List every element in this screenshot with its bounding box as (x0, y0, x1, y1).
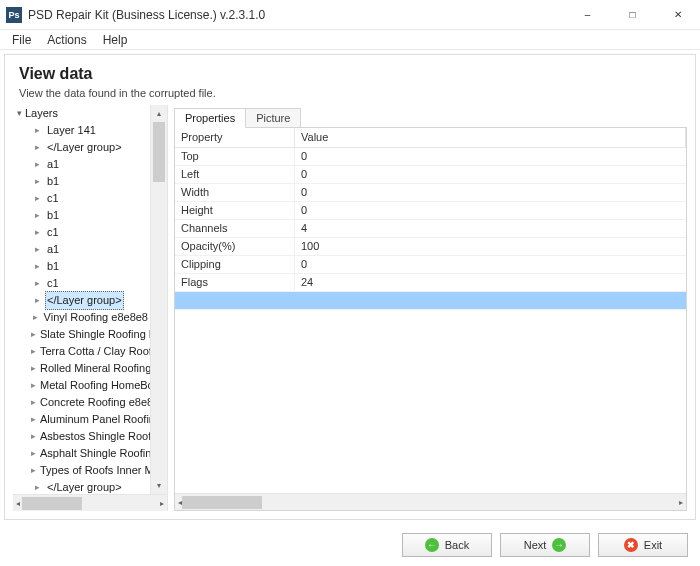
chevron-right-icon[interactable] (31, 292, 43, 309)
tree-item[interactable]: Metal Roofing HomeBoo (31, 377, 150, 394)
chevron-right-icon[interactable] (31, 411, 36, 428)
cell-value: 100 (295, 238, 686, 255)
tree-horizontal-scrollbar[interactable]: ◂ ▸ (13, 494, 167, 511)
tree-item-label: Vinyl Roofing e8e8e8 (42, 309, 150, 326)
cell-value: 4 (295, 220, 686, 237)
chevron-right-icon[interactable] (31, 258, 43, 275)
tree-item[interactable]: </Layer group> (31, 139, 150, 156)
grid-row[interactable]: Opacity(%)100 (175, 238, 686, 256)
tree-item-label: Aluminum Panel Roofing (38, 411, 150, 428)
tree-item[interactable]: Asphalt Shingle Roofing (31, 445, 150, 462)
tree-item[interactable]: c1 (31, 275, 150, 292)
tree-item[interactable]: c1 (31, 190, 150, 207)
tab-picture[interactable]: Picture (245, 108, 301, 127)
col-property[interactable]: Property (175, 128, 295, 147)
scroll-right-button[interactable]: ▸ (160, 499, 164, 508)
close-button[interactable]: ✕ (655, 0, 700, 30)
chevron-right-icon[interactable] (31, 428, 36, 445)
scroll-thumb[interactable] (22, 497, 82, 510)
tree-item[interactable]: Vinyl Roofing e8e8e8 (31, 309, 150, 326)
chevron-right-icon[interactable] (31, 275, 43, 292)
tree-item[interactable]: Concrete Roofing e8e8e (31, 394, 150, 411)
chevron-right-icon[interactable] (31, 377, 36, 394)
tree-item[interactable]: b1 (31, 258, 150, 275)
chevron-right-icon[interactable] (31, 479, 43, 494)
chevron-right-icon[interactable] (31, 190, 43, 207)
tree-item[interactable]: b1 (31, 173, 150, 190)
tree-item[interactable]: b1 (31, 207, 150, 224)
col-value[interactable]: Value (295, 128, 686, 147)
page-header: View data View the data found in the cor… (5, 55, 695, 105)
chevron-right-icon[interactable] (31, 394, 36, 411)
tree-item[interactable]: Aluminum Panel Roofing (31, 411, 150, 428)
grid-row[interactable]: Top0 (175, 148, 686, 166)
page-title: View data (19, 65, 681, 83)
grid-row-selected-empty[interactable] (175, 292, 686, 310)
scroll-up-button[interactable]: ▴ (151, 105, 167, 122)
chevron-right-icon[interactable] (31, 309, 40, 326)
tree-item[interactable]: c1 (31, 224, 150, 241)
tree-item[interactable]: </Layer group> (31, 292, 150, 309)
cell-property: Top (175, 148, 295, 165)
tree-item-label: b1 (45, 258, 61, 275)
grid-row[interactable]: Channels4 (175, 220, 686, 238)
tab-properties[interactable]: Properties (174, 108, 246, 128)
chevron-right-icon[interactable] (31, 360, 36, 377)
grid-horizontal-scrollbar[interactable]: ◂ ▸ (175, 493, 686, 510)
exit-button[interactable]: ✖ Exit (598, 533, 688, 557)
chevron-right-icon[interactable] (31, 326, 36, 343)
grid-row[interactable]: Height0 (175, 202, 686, 220)
scroll-right-button[interactable]: ▸ (679, 498, 683, 507)
grid-row[interactable]: Width0 (175, 184, 686, 202)
chevron-right-icon[interactable] (31, 122, 43, 139)
chevron-right-icon[interactable] (31, 224, 43, 241)
tree-item[interactable]: Terra Cotta / Clay Roofi (31, 343, 150, 360)
tree-item-label: c1 (45, 224, 61, 241)
tree-item[interactable]: </Layer group> (31, 479, 150, 494)
tree-item-label: b1 (45, 173, 61, 190)
tree-item[interactable]: Rolled Mineral Roofing e (31, 360, 150, 377)
chevron-right-icon[interactable] (31, 241, 43, 258)
chevron-right-icon[interactable] (31, 462, 36, 479)
tree-item-label: Terra Cotta / Clay Roofi (38, 343, 150, 360)
scroll-down-button[interactable]: ▾ (151, 477, 167, 494)
layers-tree[interactable]: Layers Layer 141</Layer group>a1b1c1b1c1… (13, 105, 150, 494)
app-icon: Ps (6, 7, 22, 23)
cell-property: Left (175, 166, 295, 183)
grid-row[interactable]: Clipping0 (175, 256, 686, 274)
tree-item[interactable]: a1 (31, 241, 150, 258)
properties-grid: Property Value Top0Left0Width0Height0Cha… (175, 128, 686, 510)
tree-item[interactable]: a1 (31, 156, 150, 173)
tree-item[interactable]: Slate Shingle Roofing Ho (31, 326, 150, 343)
chevron-right-icon[interactable] (31, 139, 43, 156)
minimize-button[interactable]: – (565, 0, 610, 30)
menu-file[interactable]: File (4, 31, 39, 49)
main-panel: View data View the data found in the cor… (4, 54, 696, 520)
details-panel: Properties Picture Property Value Top0Le… (174, 105, 687, 511)
scroll-left-button[interactable]: ◂ (16, 499, 20, 508)
chevron-down-icon[interactable] (13, 105, 25, 122)
menu-actions[interactable]: Actions (39, 31, 94, 49)
page-subtitle: View the data found in the corrupted fil… (19, 87, 681, 99)
tree-vertical-scrollbar[interactable]: ▴ ▾ (150, 105, 167, 494)
grid-row[interactable]: Flags24 (175, 274, 686, 292)
maximize-button[interactable]: □ (610, 0, 655, 30)
tree-root-label[interactable]: Layers (25, 105, 58, 122)
scroll-thumb[interactable] (182, 496, 262, 509)
chevron-right-icon[interactable] (31, 156, 43, 173)
tree-item[interactable]: Layer 141 (31, 122, 150, 139)
tree-item[interactable]: Asbestos Shingle Roofin (31, 428, 150, 445)
chevron-right-icon[interactable] (31, 445, 36, 462)
chevron-right-icon[interactable] (31, 207, 43, 224)
back-button[interactable]: ← Back (402, 533, 492, 557)
tree-item[interactable]: Types of Roofs Inner Me (31, 462, 150, 479)
grid-row[interactable]: Left0 (175, 166, 686, 184)
next-button[interactable]: Next → (500, 533, 590, 557)
footer: ← Back Next → ✖ Exit (0, 524, 700, 566)
tree-item-label: </Layer group> (45, 291, 124, 310)
chevron-right-icon[interactable] (31, 343, 36, 360)
menu-help[interactable]: Help (95, 31, 136, 49)
chevron-right-icon[interactable] (31, 173, 43, 190)
scroll-thumb[interactable] (153, 122, 165, 182)
tree-item-label: Slate Shingle Roofing Ho (38, 326, 150, 343)
